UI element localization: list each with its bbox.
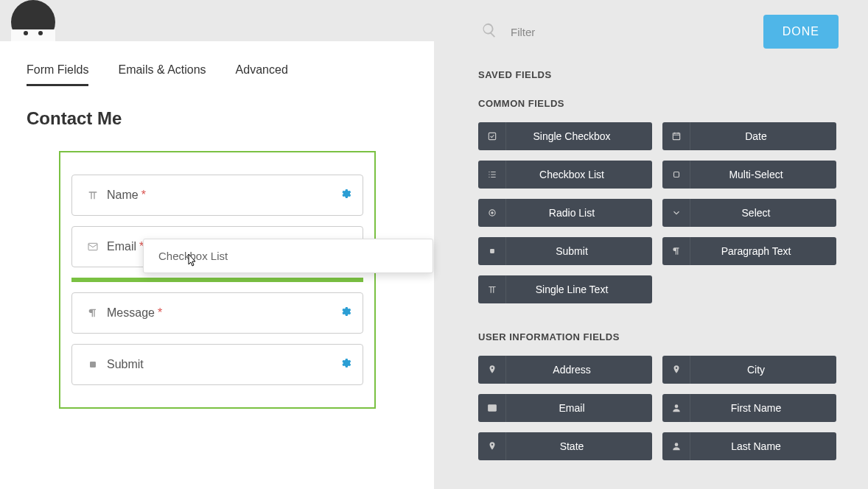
section-saved-fields: SAVED FIELDS xyxy=(478,69,839,80)
cursor-icon xyxy=(185,253,197,271)
field-palette-panel: DONE SAVED FIELDS COMMON FIELDS Single C… xyxy=(471,0,868,489)
envelope-icon xyxy=(83,241,102,253)
chip-label: First Name xyxy=(690,402,836,414)
user-icon xyxy=(662,432,690,460)
paragraph-icon xyxy=(83,307,102,319)
paragraph-icon xyxy=(662,237,690,265)
svg-rect-1 xyxy=(90,362,96,367)
gear-icon[interactable] xyxy=(340,306,351,320)
drop-indicator xyxy=(71,278,363,282)
chip-label: Last Name xyxy=(690,440,836,452)
tab-form-fields[interactable]: Form Fields xyxy=(27,63,88,86)
chip-submit[interactable]: Submit xyxy=(478,237,652,265)
chip-city[interactable]: City xyxy=(662,356,836,384)
chip-select[interactable]: Select xyxy=(662,199,836,227)
svg-rect-3 xyxy=(673,133,679,140)
ninja-logo xyxy=(11,0,55,41)
chip-first-name[interactable]: First Name xyxy=(662,394,836,422)
check-square-icon xyxy=(478,122,506,150)
dot-circle-icon xyxy=(478,199,506,227)
chip-label: Single Line Text xyxy=(506,284,652,295)
chip-paragraph-text[interactable]: Paragraph Text xyxy=(662,237,836,265)
filter-input[interactable] xyxy=(511,26,763,38)
marker-icon xyxy=(478,432,506,460)
required-mark: * xyxy=(158,306,162,320)
field-row-message[interactable]: Message * xyxy=(71,292,363,334)
chip-label: Checkbox List xyxy=(506,169,652,180)
chip-state[interactable]: State xyxy=(478,432,652,460)
chip-label: Submit xyxy=(506,245,652,257)
svg-rect-2 xyxy=(489,133,495,139)
envelope-icon xyxy=(478,394,506,422)
svg-point-6 xyxy=(491,211,494,214)
section-common-fields: COMMON FIELDS xyxy=(478,98,839,109)
chip-single-line-text[interactable]: Single Line Text xyxy=(478,275,652,303)
tab-advanced[interactable]: Advanced xyxy=(236,63,288,86)
chip-label: Paragraph Text xyxy=(690,245,836,257)
chip-label: Email xyxy=(506,402,652,414)
square-icon xyxy=(478,237,506,265)
field-label: Submit xyxy=(107,358,144,371)
required-mark: * xyxy=(141,189,146,202)
section-user-info-fields: USER INFORMATION FIELDS xyxy=(478,331,839,342)
chip-email[interactable]: Email xyxy=(478,394,652,422)
chip-label: Select xyxy=(690,207,836,219)
text-icon xyxy=(478,275,506,303)
svg-rect-7 xyxy=(490,249,494,253)
chip-last-name[interactable]: Last Name xyxy=(662,432,836,460)
field-label: Name xyxy=(107,189,139,202)
chip-label: Date xyxy=(690,130,836,142)
list-icon xyxy=(478,161,506,189)
chip-label: Multi-Select xyxy=(690,169,836,180)
marker-icon xyxy=(662,356,690,384)
chip-label: Single Checkbox xyxy=(506,130,652,142)
chip-single-checkbox[interactable]: Single Checkbox xyxy=(478,122,652,150)
tabs: Form Fields Emails & Actions Advanced xyxy=(27,63,407,86)
chip-label: State xyxy=(506,440,652,452)
marker-icon xyxy=(478,356,506,384)
chip-label: Radio List xyxy=(506,207,652,219)
chip-address[interactable]: Address xyxy=(478,356,652,384)
form-dropzone[interactable]: Name * Email * Message * Submit xyxy=(59,151,376,409)
chip-multi-select[interactable]: Multi-Select xyxy=(662,161,836,189)
form-title[interactable]: Contact Me xyxy=(27,108,407,129)
square-o-icon xyxy=(662,161,690,189)
svg-rect-0 xyxy=(88,243,97,250)
chip-date[interactable]: Date xyxy=(662,122,836,150)
field-row-name[interactable]: Name * xyxy=(71,175,363,216)
field-label: Email xyxy=(107,240,136,253)
svg-point-9 xyxy=(674,404,678,408)
gear-icon[interactable] xyxy=(340,188,351,203)
chip-label: City xyxy=(690,364,836,376)
svg-rect-4 xyxy=(673,172,679,177)
svg-point-10 xyxy=(674,443,678,446)
search-row: DONE xyxy=(478,15,839,49)
calendar-icon xyxy=(662,122,690,150)
chip-label: Address xyxy=(506,364,652,376)
search-icon xyxy=(481,22,497,41)
field-label: Message xyxy=(107,306,155,320)
user-icon xyxy=(662,394,690,422)
chip-radio-list[interactable]: Radio List xyxy=(478,199,652,227)
field-row-submit[interactable]: Submit xyxy=(71,344,363,385)
chip-checkbox-list[interactable]: Checkbox List xyxy=(478,161,652,189)
square-icon xyxy=(83,359,102,370)
done-button[interactable]: DONE xyxy=(763,15,839,49)
user-fields-grid: Address City Email First Name State Last… xyxy=(478,356,839,460)
gear-icon[interactable] xyxy=(340,357,351,372)
common-fields-grid: Single Checkbox Date Checkbox List Multi… xyxy=(478,122,839,303)
text-icon xyxy=(83,189,102,201)
chevron-down-icon xyxy=(662,199,690,227)
tab-emails-actions[interactable]: Emails & Actions xyxy=(118,63,206,86)
